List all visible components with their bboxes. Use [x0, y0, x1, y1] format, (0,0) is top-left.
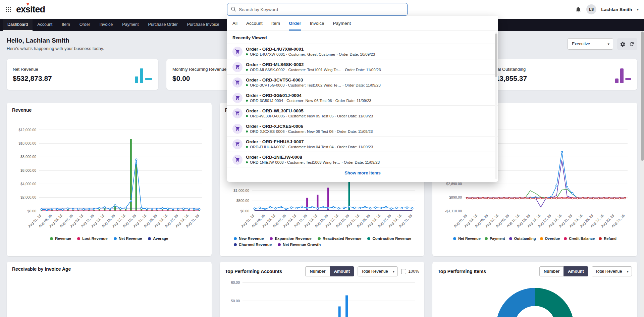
search-tab-order[interactable]: Order — [289, 16, 301, 31]
legend-item-new-revenue[interactable]: New Revenue — [234, 236, 264, 241]
legend-item-outstanding[interactable]: Outstanding — [509, 236, 536, 241]
kpi-label: Monthly Recurring Revenue — [172, 67, 226, 72]
page-scrollbar-thumb[interactable] — [641, 32, 644, 161]
apps-grid-icon[interactable] — [5, 6, 11, 12]
toggle-number[interactable]: Number — [305, 266, 329, 276]
top-accounts-chart: 0.0010.0020.0030.0040.0050.0060.00 — [225, 279, 419, 317]
section-title: Recently Viewed — [227, 31, 498, 44]
legend-item-refund[interactable]: Refund — [599, 236, 616, 241]
global-search: AllAccountItemOrderInvoicePayment Recent… — [227, 3, 498, 16]
chart-legend: RevenueLost RevenueNet RevenueAverage — [12, 236, 206, 241]
legend-item-reactivated-revenue[interactable]: Reactivated Revenue — [318, 236, 362, 241]
toggle-amount[interactable]: Amount — [564, 266, 588, 276]
search-input[interactable] — [227, 3, 408, 16]
user-name[interactable]: Lachlan Smith — [601, 7, 632, 12]
result-meta: ORD-XJCXES-0006 · Customer: New 06 Test … — [246, 129, 373, 134]
svg-text:$8,000.00: $8,000.00 — [20, 155, 36, 159]
legend-item-credit-balance[interactable]: Credit Balance — [564, 236, 595, 241]
avatar[interactable]: LS — [586, 4, 596, 14]
result-meta: ORD-FHHUAJ-0007 · Customer: New 04 Test … — [246, 145, 373, 149]
result-title: Order - ORD-L4U7XW-0001 — [246, 47, 375, 52]
dashboard-view-select[interactable]: Executive ▾ — [568, 38, 613, 50]
svg-text:$500.00: $500.00 — [236, 199, 249, 203]
result-meta: ORD-3CVT5G-0003 · Customer: Test1002 Win… — [246, 83, 381, 87]
search-result-item[interactable]: Order - ORD-MLS6SK-0002 ORD-MLS6SK-0002 … — [227, 59, 498, 75]
legend-item-churned-revenue[interactable]: Churned Revenue — [234, 243, 272, 247]
kpi-total-outstanding: Total Outstanding $13,855.37 — [486, 59, 637, 90]
search-tab-item[interactable]: Item — [271, 16, 280, 31]
kpi-sparkline — [135, 66, 152, 83]
toggle-amount[interactable]: Amount — [330, 266, 354, 276]
svg-text:60.00: 60.00 — [231, 280, 239, 284]
items-donut-chart — [496, 288, 574, 317]
search-result-item[interactable]: Order - ORD-3G501J-0004 ORD-3G501J-0004 … — [227, 90, 498, 106]
top-performing-accounts-card: Top Performing Accounts Number Amount To… — [220, 262, 425, 317]
logo-accent-icon: s — [25, 4, 30, 15]
items-metric-select[interactable]: Total Revenue ▾ — [592, 266, 632, 276]
bottom-row: Receivable by Invoice Age Top Performing… — [0, 262, 644, 317]
legend-item-overdue[interactable]: Overdue — [540, 236, 560, 241]
panel-scrollbar[interactable] — [495, 32, 497, 179]
nav-item-purchase-order[interactable]: Purchase Order — [144, 19, 182, 31]
status-dot-icon — [246, 161, 248, 163]
order-cart-icon — [232, 155, 243, 165]
toggle-number[interactable]: Number — [539, 266, 564, 276]
search-result-item[interactable]: Order - ORD-1NIEJW-0008 ORD-1NIEJW-0008 … — [227, 152, 498, 167]
result-meta: ORD-3G501J-0004 · Customer: New 06 Test … — [246, 99, 371, 103]
percent-checkbox[interactable]: 100% — [401, 269, 419, 274]
status-dot-icon — [246, 69, 248, 71]
svg-text:$12,000.00: $12,000.00 — [18, 128, 36, 132]
nav-item-payment[interactable]: Payment — [117, 19, 143, 31]
search-result-item[interactable]: Order - ORD-WL30FU-0005 ORD-WL30FU-0005 … — [227, 106, 498, 121]
page-scrollbar[interactable] — [640, 31, 644, 317]
show-more-link[interactable]: Show more items — [227, 167, 498, 178]
search-result-item[interactable]: Order - ORD-FHHUAJ-0007 ORD-FHHUAJ-0007 … — [227, 137, 498, 152]
search-result-item[interactable]: Order - ORD-L4U7XW-0001 ORD-L4U7XW-0001 … — [227, 44, 498, 59]
legend-item-contraction-revenue[interactable]: Contraction Revenue — [367, 236, 411, 241]
legend-item-payment[interactable]: Payment — [485, 236, 505, 241]
search-tab-all[interactable]: All — [232, 16, 237, 31]
result-title: Order - ORD-3G501J-0004 — [246, 93, 371, 98]
notifications-bell-icon[interactable] — [575, 6, 582, 13]
chevron-down-icon[interactable]: ▾ — [637, 7, 639, 12]
status-dot-icon — [246, 53, 248, 55]
order-cart-icon — [232, 77, 243, 88]
search-tab-invoice[interactable]: Invoice — [310, 16, 324, 31]
legend-item-net-revenue-growth[interactable]: Net Revenue Growth — [278, 243, 321, 247]
nav-item-purchase-invoice[interactable]: Purchase Invoice — [182, 19, 224, 31]
result-title: Order - ORD-XJCXES-0006 — [246, 124, 373, 129]
page: exsited LS Lachlan Smith ▾ DashboardAcco… — [0, 0, 644, 317]
search-tab-payment[interactable]: Payment — [333, 16, 351, 31]
order-cart-icon — [232, 124, 243, 134]
refresh-icon[interactable] — [629, 41, 635, 47]
search-result-item[interactable]: Order - ORD-XJCXES-0006 ORD-XJCXES-0006 … — [227, 121, 498, 137]
legend-item-net-revenue[interactable]: Net Revenue — [114, 236, 142, 241]
svg-text:$4,000.00: $4,000.00 — [20, 182, 36, 186]
search-result-item[interactable]: Order - ORD-3CVT5G-0003 ORD-3CVT5G-0003 … — [227, 75, 498, 90]
legend-item-net-revenue[interactable]: Net Revenue — [453, 236, 481, 241]
nav-item-order[interactable]: Order — [75, 19, 95, 31]
accounts-metric-select[interactable]: Total Revenue ▾ — [358, 266, 398, 276]
nav-item-dashboard[interactable]: Dashboard — [3, 19, 33, 31]
kpi-value: $0.00 — [172, 74, 226, 83]
legend-item-lost-revenue[interactable]: Lost Revenue — [77, 236, 107, 241]
nav-item-item[interactable]: Item — [57, 19, 74, 31]
search-icon — [230, 6, 236, 13]
brand-logo[interactable]: exsited — [16, 4, 45, 15]
svg-text:-$1,110.00: -$1,110.00 — [445, 209, 462, 213]
panel-scrollbar-thumb[interactable] — [495, 34, 497, 77]
svg-text:$0.00: $0.00 — [28, 209, 36, 213]
nav-item-account[interactable]: Account — [33, 19, 57, 31]
nav-item-invoice[interactable]: Invoice — [95, 19, 118, 31]
legend-item-expansion-revenue[interactable]: Expansion Revenue — [270, 236, 311, 241]
settings-gear-icon[interactable] — [620, 41, 626, 47]
svg-text:$6,000.00: $6,000.00 — [20, 168, 36, 172]
checkbox-label: 100% — [408, 269, 419, 274]
search-tab-account[interactable]: Account — [246, 16, 263, 31]
chart-accounts-svg: 0.0010.0020.0030.0040.0050.0060.00 — [225, 279, 419, 317]
chevron-down-icon: ▾ — [607, 42, 609, 46]
svg-text:$10,000.00: $10,000.00 — [18, 141, 36, 145]
legend-item-average[interactable]: Average — [148, 236, 168, 241]
view-select-value: Executive — [572, 42, 590, 46]
legend-item-revenue[interactable]: Revenue — [50, 236, 71, 241]
